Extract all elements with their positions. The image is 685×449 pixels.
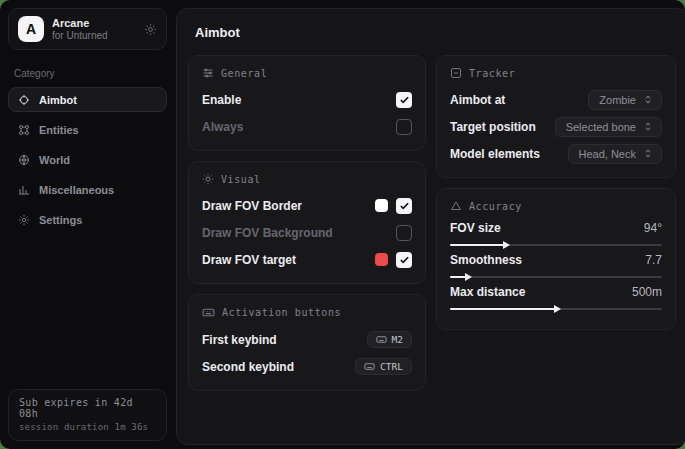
app-name: Arcane xyxy=(52,17,136,30)
setting-label: FOV size xyxy=(450,221,501,235)
sun-icon xyxy=(202,173,214,185)
subscription-status-card: Sub expires in 42d 08h session duration … xyxy=(8,389,167,441)
sub-expiry-text: Sub expires in 42d 08h xyxy=(19,397,156,419)
activation-card: Activation buttons First keybind M2 xyxy=(188,294,426,391)
keybind-value: M2 xyxy=(392,334,403,345)
setting-label: Second keybind xyxy=(202,360,294,374)
max-distance-slider-block: Max distance 500m xyxy=(450,285,662,310)
fov-target-row: Draw FOV target xyxy=(202,248,412,271)
fov-target-checkbox[interactable] xyxy=(396,252,412,268)
sidebar-item-world[interactable]: World xyxy=(8,147,167,172)
setting-label: Always xyxy=(202,120,243,134)
setting-label: Draw FOV Background xyxy=(202,226,333,240)
model-elements-row: Model elements Head, Neck xyxy=(450,142,662,165)
section-title: Tracker xyxy=(469,68,515,79)
visual-card: Visual Draw FOV Border xyxy=(188,161,426,284)
fov-border-row: Draw FOV Border xyxy=(202,194,412,217)
slider-thumb[interactable] xyxy=(503,241,510,249)
sidebar-item-settings[interactable]: Settings xyxy=(8,207,167,232)
model-elements-select[interactable]: Head, Neck xyxy=(568,144,662,164)
aimbot-at-select[interactable]: Zombie xyxy=(588,90,662,110)
general-card: General Enable Always xyxy=(188,55,426,151)
entities-icon xyxy=(18,124,30,136)
second-keybind-row: Second keybind CTRL xyxy=(202,355,412,378)
first-keybind-row: First keybind M2 xyxy=(202,328,412,351)
max-distance-slider[interactable] xyxy=(450,308,662,310)
section-title: Visual xyxy=(221,174,261,185)
main-panel: Aimbot xyxy=(176,8,685,445)
second-keybind-button[interactable]: CTRL xyxy=(355,358,412,375)
square-minus-icon xyxy=(450,67,462,79)
enable-checkbox[interactable] xyxy=(396,92,412,108)
tracker-card: Tracker Aimbot at Zombie xyxy=(436,55,676,178)
section-title: General xyxy=(221,68,267,79)
keyboard-icon xyxy=(376,334,387,345)
content-columns: General Enable Always xyxy=(188,55,676,391)
activation-section-head: Activation buttons xyxy=(202,306,412,319)
setting-label: Enable xyxy=(202,93,241,107)
page-title: Aimbot xyxy=(195,25,676,40)
smoothness-slider[interactable] xyxy=(450,276,662,278)
sliders-icon xyxy=(202,67,214,79)
first-keybind-button[interactable]: M2 xyxy=(367,331,412,348)
grid-icon xyxy=(18,184,30,196)
sidebar-item-label: World xyxy=(39,154,70,166)
app-logo: A xyxy=(18,16,44,42)
globe-icon xyxy=(18,154,30,166)
fov-size-slider-block: FOV size 94° xyxy=(450,221,662,246)
enable-row: Enable xyxy=(202,88,412,111)
sidebar: A Arcane for Unturned Category xyxy=(0,0,175,449)
select-value: Head, Neck xyxy=(579,148,636,160)
setting-label: Draw FOV Border xyxy=(202,199,302,213)
chevron-up-down-icon xyxy=(643,121,653,132)
right-column: Tracker Aimbot at Zombie xyxy=(436,55,676,330)
category-label: Category xyxy=(14,68,161,79)
accuracy-card: Accuracy FOV size 94° xyxy=(436,188,676,330)
sidebar-item-label: Entities xyxy=(39,124,79,136)
select-value: Selected bone xyxy=(566,121,636,133)
max-distance-value: 500m xyxy=(632,285,662,299)
slider-fill xyxy=(450,308,556,310)
always-row: Always xyxy=(202,115,412,138)
smoothness-slider-block: Smoothness 7.7 xyxy=(450,253,662,278)
target-position-select[interactable]: Selected bone xyxy=(555,117,662,137)
slider-thumb[interactable] xyxy=(465,273,472,281)
setting-label: Max distance xyxy=(450,285,525,299)
section-title: Accuracy xyxy=(469,201,522,212)
slider-thumb[interactable] xyxy=(554,305,561,313)
keyboard-icon xyxy=(364,361,375,372)
chevron-up-down-icon xyxy=(643,94,653,105)
fov-background-row: Draw FOV Background xyxy=(202,221,412,244)
setting-label: Draw FOV target xyxy=(202,253,296,267)
fov-border-color-swatch[interactable] xyxy=(375,199,388,212)
fov-size-value: 94° xyxy=(644,221,662,235)
sidebar-item-label: Aimbot xyxy=(39,94,77,106)
setting-label: Target position xyxy=(450,120,536,134)
slider-fill xyxy=(450,244,505,246)
gear-icon[interactable] xyxy=(144,23,157,36)
sidebar-item-aimbot[interactable]: Aimbot xyxy=(8,87,167,112)
setting-label: Smoothness xyxy=(450,253,522,267)
main-wrap: Aimbot xyxy=(175,0,685,449)
select-value: Zombie xyxy=(599,94,636,106)
smoothness-value: 7.7 xyxy=(645,253,662,267)
brand-card: A Arcane for Unturned xyxy=(8,8,167,50)
app-window: A Arcane for Unturned Category xyxy=(0,0,685,449)
target-position-row: Target position Selected bone xyxy=(450,115,662,138)
general-section-head: General xyxy=(202,67,412,79)
accuracy-section-head: Accuracy xyxy=(450,200,662,212)
sidebar-item-miscellaneous[interactable]: Miscellaneous xyxy=(8,177,167,202)
triangle-icon xyxy=(450,200,462,212)
fov-size-slider[interactable] xyxy=(450,244,662,246)
crosshair-icon xyxy=(18,94,30,106)
sidebar-item-label: Settings xyxy=(39,214,82,226)
tracker-section-head: Tracker xyxy=(450,67,662,79)
fov-target-color-swatch[interactable] xyxy=(375,253,388,266)
sidebar-spacer xyxy=(0,232,175,381)
always-checkbox[interactable] xyxy=(396,119,412,135)
fov-background-checkbox[interactable] xyxy=(396,225,412,241)
keybind-value: CTRL xyxy=(380,361,403,372)
fov-border-checkbox[interactable] xyxy=(396,198,412,214)
brand-text: Arcane for Unturned xyxy=(52,17,136,41)
sidebar-item-entities[interactable]: Entities xyxy=(8,117,167,142)
